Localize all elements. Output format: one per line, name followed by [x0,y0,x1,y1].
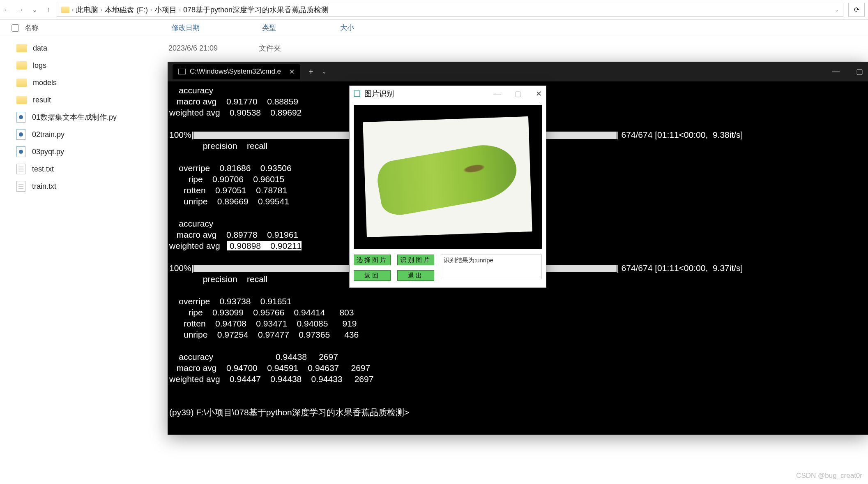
new-tab-button[interactable]: + [309,67,313,76]
column-type[interactable]: 类型 [262,23,340,32]
breadcrumb-segment[interactable]: 078基于python深度学习的水果香蕉品质检测 [183,5,329,15]
file-row[interactable]: data2023/6/6 21:09文件夹 [16,39,868,57]
column-headers: 名称 修改日期 类型 大小 [0,20,868,36]
dialog-title: 图片识别 [364,89,394,99]
minimize-icon[interactable]: — [832,67,840,76]
chevron-right-icon: › [179,7,181,13]
folder-icon [16,61,27,69]
nav-up-icon[interactable]: ↑ [45,7,52,13]
nav-recent-icon[interactable]: ⌄ [31,7,38,13]
file-name: logs [33,61,168,70]
maximize-icon[interactable]: ▢ [856,67,863,76]
folder-icon [16,79,27,87]
column-size[interactable]: 大小 [340,23,394,32]
py-icon [16,146,25,157]
back-button[interactable]: 返回 [354,270,391,281]
file-name: 02train.py [32,130,168,139]
txt-icon [16,164,25,174]
maximize-icon[interactable]: ▢ [515,89,522,98]
chevron-right-icon: › [150,7,152,13]
cmd-icon [178,69,186,74]
close-tab-icon[interactable]: ✕ [289,68,295,76]
chevron-down-icon[interactable]: ⌄ [835,7,839,13]
column-name[interactable]: 名称 [25,23,39,32]
exit-button[interactable]: 退出 [397,270,434,281]
close-icon[interactable]: ✕ [536,89,542,98]
folder-icon [61,7,69,13]
refresh-button[interactable]: ⟳ [848,3,865,17]
tab-menu-icon[interactable]: ⌄ [322,68,327,75]
image-preview [354,105,542,249]
breadcrumb[interactable]: › 此电脑 › 本地磁盘 (F:) › 小项目 › 078基于python深度学… [57,3,843,17]
file-date: 2023/6/6 21:09 [168,44,259,53]
refresh-icon: ⟳ [854,6,859,14]
breadcrumb-segment[interactable]: 本地磁盘 (F:) [105,5,148,15]
file-name: data [33,44,168,53]
explorer-address-bar: ← → ⌄ ↑ › 此电脑 › 本地磁盘 (F:) › 小项目 › 078基于p… [0,0,868,20]
app-icon [354,90,360,97]
folder-icon [16,96,27,104]
file-name: models [33,79,168,87]
nav-back-icon[interactable]: ← [3,7,10,13]
breadcrumb-segment[interactable]: 小项目 [154,5,177,15]
file-name: result [33,96,168,104]
chevron-right-icon: › [101,7,102,13]
dialog-titlebar: 图片识别 — ▢ ✕ [350,86,546,102]
py-icon [16,112,25,123]
nav-forward-icon[interactable]: → [17,7,24,13]
column-date[interactable]: 修改日期 [172,23,262,32]
file-type: 文件夹 [259,43,337,53]
py-icon [16,129,25,140]
file-name: 03pyqt.py [32,148,168,156]
image-recognition-dialog: 图片识别 — ▢ ✕ 选择图片 返回 识别图片 退出 识别结果为:unripe [349,86,546,288]
terminal-tab-title: C:\Windows\System32\cmd.e [190,67,281,76]
chevron-right-icon: › [72,7,74,13]
file-name: test.txt [32,165,168,174]
breadcrumb-segment[interactable]: 此电脑 [76,5,98,15]
watermark: CSDN @bug_creat0r [796,472,862,480]
select-all-checkbox[interactable] [12,24,19,32]
terminal-titlebar: C:\Windows\System32\cmd.e ✕ + ⌄ — ▢ [168,62,868,81]
txt-icon [16,181,25,192]
folder-icon [16,44,27,52]
minimize-icon[interactable]: — [493,89,501,98]
file-name: train.txt [32,182,168,191]
recognize-button[interactable]: 识别图片 [397,255,434,265]
select-image-button[interactable]: 选择图片 [354,255,391,265]
terminal-tab[interactable]: C:\Windows\System32\cmd.e ✕ [173,64,300,79]
result-output: 识别结果为:unripe [441,255,542,279]
file-name: 01数据集文本生成制作.py [32,112,168,122]
